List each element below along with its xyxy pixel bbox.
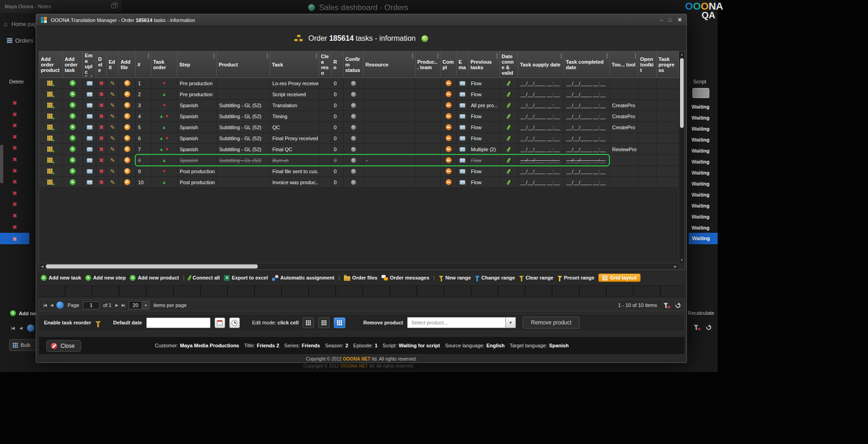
- date-connected-icon[interactable]: [500, 122, 518, 133]
- confirm-status-indicator[interactable]: [343, 122, 364, 133]
- edit-task-button[interactable]: ✎: [107, 89, 119, 100]
- edit-task-button[interactable]: ✎: [107, 155, 119, 166]
- task-order-cell[interactable]: ▼: [151, 166, 177, 177]
- date-connected-icon[interactable]: [500, 155, 518, 166]
- complete-toggle[interactable]: [441, 144, 457, 155]
- bg-recalculate[interactable]: Recalculate: [688, 310, 714, 316]
- resource-count-cell[interactable]: 0: [332, 155, 343, 166]
- step-cell[interactable]: Spanish: [177, 100, 217, 111]
- add-order-product-button[interactable]: [39, 155, 63, 166]
- email-button[interactable]: [457, 100, 469, 111]
- toolbar-add-new-task[interactable]: +Add new task: [41, 275, 81, 281]
- move-up-icon[interactable]: ▲: [159, 147, 164, 152]
- step-cell[interactable]: Pre production: [177, 78, 217, 89]
- column-menu-icon[interactable]: [635, 54, 636, 55]
- confirm-status-indicator[interactable]: [343, 100, 364, 111]
- delete-task-button[interactable]: ✖: [96, 111, 107, 122]
- column-header-r-o[interactable]: R o: [332, 51, 343, 77]
- column-header-add-order-product[interactable]: Add order product: [39, 51, 63, 77]
- calendar-button[interactable]: [215, 318, 225, 328]
- email-upload-link-button[interactable]: [83, 100, 96, 111]
- task-cell[interactable]: Invoice was produc...: [270, 177, 319, 188]
- toolbar-add-new-product[interactable]: +Add new product: [130, 275, 179, 281]
- bg-selected-row-right[interactable]: Waiting: [689, 233, 718, 244]
- step-cell[interactable]: Spanish: [177, 133, 217, 144]
- complete-toggle[interactable]: [441, 111, 457, 122]
- email-upload-link-button[interactable]: [83, 177, 96, 188]
- resource-cell[interactable]: [364, 144, 415, 155]
- move-up-icon[interactable]: ▲: [162, 125, 166, 130]
- scroll-left-icon[interactable]: ◀: [39, 263, 45, 269]
- toolbar-change-range[interactable]: Change range: [475, 275, 515, 280]
- complete-toggle[interactable]: [441, 89, 457, 100]
- email-upload-link-button[interactable]: [83, 122, 96, 133]
- close-button[interactable]: Close: [46, 340, 81, 352]
- add-order-task-button[interactable]: +: [63, 177, 83, 188]
- column-header-previous-tasks[interactable]: Previous tasks: [469, 51, 500, 77]
- move-down-icon[interactable]: ▼: [162, 169, 166, 174]
- column-header-task-supply-date[interactable]: Task supply date: [518, 51, 564, 77]
- product-cell[interactable]: [217, 166, 270, 177]
- column-header-open-toolkit[interactable]: Open toolkit: [638, 51, 657, 77]
- edit-task-button[interactable]: ✎: [107, 133, 119, 144]
- bg-delete-row-icon[interactable]: ✖: [0, 222, 29, 233]
- last-page-button[interactable]: ▶|: [122, 303, 125, 307]
- product-cell[interactable]: Subtitling - GL (52): [217, 111, 270, 122]
- resource-count-cell[interactable]: 0: [332, 100, 343, 111]
- toolbar-export-to-excel[interactable]: XExport to excel: [224, 275, 268, 281]
- column-header-produc-team[interactable]: Produc... team: [415, 51, 441, 77]
- move-down-icon[interactable]: ▼: [165, 136, 169, 141]
- resource-count-cell[interactable]: 0: [332, 144, 343, 155]
- nav-orders[interactable]: Orders: [15, 37, 33, 44]
- dropdown-arrow-icon[interactable]: ▼: [506, 317, 516, 328]
- task-order-cell[interactable]: ▲: [151, 122, 177, 133]
- product-cell[interactable]: [217, 177, 270, 188]
- task-cell[interactable]: Burn-in: [270, 155, 319, 166]
- resource-count-cell[interactable]: 0: [332, 166, 343, 177]
- first-page-icon[interactable]: |◀: [11, 326, 14, 330]
- hscroll-thumb[interactable]: [46, 264, 258, 269]
- add-order-task-button[interactable]: +: [63, 144, 83, 155]
- task-order-cell[interactable]: ▼: [151, 100, 177, 111]
- column-header-ema-uplc-link[interactable]: Ema uplc link: [83, 51, 96, 77]
- toolbar-order-messages[interactable]: Order messages: [381, 275, 429, 280]
- current-page-indicator[interactable]: [56, 301, 64, 309]
- move-down-icon[interactable]: ▼: [162, 81, 166, 86]
- vscroll-thumb[interactable]: [680, 58, 684, 128]
- nav-home-page[interactable]: Home pag: [11, 21, 37, 27]
- email-button[interactable]: [457, 155, 469, 166]
- bulk-button[interactable]: Bulk: [9, 339, 37, 351]
- prev-page-button[interactable]: ◀: [50, 303, 53, 307]
- add-order-product-button[interactable]: [39, 100, 63, 111]
- task-supply-date-cell[interactable]: __/__/____ __:__: [518, 133, 564, 144]
- email-button[interactable]: [457, 89, 469, 100]
- email-button[interactable]: [457, 111, 469, 122]
- task-completed-date-cell[interactable]: __/__/____ __:__: [564, 122, 610, 133]
- column-menu-icon[interactable]: [561, 54, 562, 55]
- column-header-step[interactable]: Step: [177, 51, 217, 77]
- email-upload-link-button[interactable]: [83, 166, 96, 177]
- toolbar-new-range[interactable]: New range: [439, 275, 471, 280]
- bg-delete-row-icon[interactable]: ✖: [0, 109, 29, 121]
- complete-toggle[interactable]: [441, 78, 457, 89]
- bg-delete-row-icon[interactable]: ✖: [0, 188, 29, 199]
- horizontal-scrollbar[interactable]: ◀ ▶: [39, 263, 679, 269]
- resource-cell[interactable]: [364, 133, 415, 144]
- task-supply-date-cell[interactable]: __/__/____ __:__: [518, 100, 564, 111]
- task-cell[interactable]: Final file sent to cus...: [270, 166, 319, 177]
- toolbar-clear-range[interactable]: Clear range: [519, 275, 553, 280]
- confirm-status-indicator[interactable]: [343, 166, 364, 177]
- clock-button[interactable]: [229, 318, 240, 328]
- add-order-task-button[interactable]: +: [63, 122, 83, 133]
- resource-cell[interactable]: [364, 166, 415, 177]
- task-supply-date-cell[interactable]: __/__/____ __:__: [518, 144, 564, 155]
- column-header-#[interactable]: #: [136, 51, 151, 77]
- edit-task-button[interactable]: ✎: [107, 111, 119, 122]
- close-window-icon[interactable]: ✖: [678, 17, 682, 23]
- add-order-product-button[interactable]: [39, 177, 63, 188]
- notes-window-tab[interactable]: Maya Ooona - Notes: [0, 0, 122, 13]
- resource-cell[interactable]: [364, 122, 415, 133]
- task-supply-date-cell[interactable]: __/__/____ __:__: [518, 78, 564, 89]
- bg-left-scrollbar[interactable]: [0, 145, 3, 183]
- column-menu-icon[interactable]: [214, 54, 215, 55]
